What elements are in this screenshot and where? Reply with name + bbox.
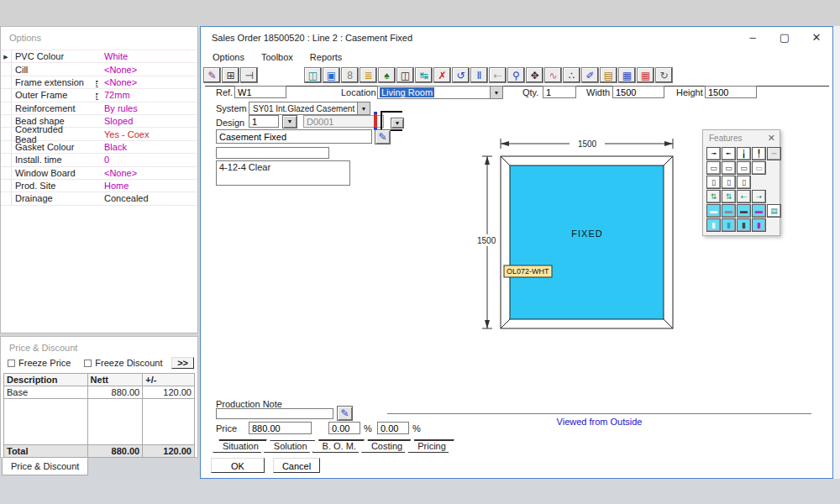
price-row[interactable]: Base 880.00 120.00 xyxy=(4,386,195,399)
toolbar-button[interactable]: ▦ xyxy=(637,67,654,83)
toolbar-button[interactable]: ✥ xyxy=(526,67,543,83)
cancel-button[interactable]: Cancel xyxy=(273,458,320,473)
feature-button[interactable]: ▮ xyxy=(737,218,751,232)
feature-button[interactable]: ▯ xyxy=(737,176,751,189)
title-bar[interactable]: Sales Order 18500520 : Line 2 : Casement… xyxy=(201,27,832,49)
height-input[interactable] xyxy=(705,86,757,98)
feature-button[interactable]: ▬ xyxy=(752,204,766,218)
glazing-item[interactable]: 4-12-4 Clear xyxy=(219,162,270,172)
chevron-down-icon[interactable]: ▼ xyxy=(357,102,370,114)
menu-item[interactable]: Options xyxy=(206,50,251,64)
feature-button[interactable]: ╿ xyxy=(752,147,766,160)
menu-item[interactable]: Toolbox xyxy=(255,50,300,64)
feature-button[interactable]: ▯ xyxy=(706,176,721,189)
toolbar-button[interactable]: ▤ xyxy=(600,67,617,83)
expand-price-button[interactable]: >> xyxy=(171,357,194,369)
feature-button[interactable]: ▬ xyxy=(706,204,721,218)
chevron-down-icon[interactable]: ▼ xyxy=(490,87,502,98)
feature-button[interactable]: ▬ xyxy=(722,204,736,218)
option-row[interactable]: Gasket Colour Black xyxy=(1,141,197,154)
option-row[interactable]: Prod. Site Home xyxy=(1,180,197,192)
option-row[interactable]: Frame extension <None> xyxy=(1,76,197,89)
feature-button[interactable]: ⇢ xyxy=(752,190,766,203)
option-row[interactable]: Install. time 0 xyxy=(1,154,197,166)
toolbar-button[interactable]: ▦ xyxy=(618,67,636,83)
toolbar-button[interactable]: Ⅱ xyxy=(470,67,488,83)
feature-button[interactable]: ▯ xyxy=(722,176,736,189)
toolbar-button[interactable]: ∿ xyxy=(544,67,562,83)
feature-button[interactable]: ▮ xyxy=(722,218,736,232)
feature-button[interactable]: ╼ xyxy=(706,147,721,160)
style-input[interactable] xyxy=(216,129,372,144)
checkbox-icon[interactable] xyxy=(8,360,15,367)
toolbar-button[interactable]: ↻ xyxy=(655,67,673,83)
close-button[interactable]: ✕ xyxy=(801,28,832,48)
toolbar-button[interactable]: ↺ xyxy=(452,67,470,83)
ok-button[interactable]: OK xyxy=(211,458,265,473)
maximize-button[interactable]: ▢ xyxy=(769,28,801,48)
feature-button[interactable]: ▬ xyxy=(737,204,751,218)
toolbar-button[interactable]: ✗ xyxy=(433,67,451,83)
note-input[interactable] xyxy=(216,147,329,159)
ref-input[interactable] xyxy=(234,86,286,98)
discount1-input[interactable] xyxy=(328,422,360,434)
option-row[interactable]: Outer Frame 72mm xyxy=(1,89,197,102)
feature-button[interactable]: ▮ xyxy=(706,218,721,232)
freeze-price-checkbox[interactable]: Freeze Price xyxy=(8,358,71,368)
toolbar-button[interactable]: ≣ xyxy=(360,67,377,83)
toolbar-button[interactable]: 8 xyxy=(341,67,359,83)
option-row[interactable]: Window Board <None> xyxy=(1,167,197,180)
toolbar-button[interactable]: ∴ xyxy=(563,67,580,83)
option-picker-button[interactable] xyxy=(96,93,97,100)
toolbar-button[interactable]: ✐ xyxy=(581,67,599,83)
toolbar-button[interactable]: ⇠ xyxy=(489,67,507,83)
feature-button[interactable]: ▭ xyxy=(706,161,721,175)
tab[interactable]: Solution xyxy=(264,439,318,453)
price-discount-tab[interactable]: Price & Discount xyxy=(2,458,88,475)
toolbar-button[interactable]: ↹ xyxy=(415,67,433,83)
design-dropdown-button[interactable]: ▼ xyxy=(282,115,297,129)
option-row[interactable]: ▶ PVC Colour White xyxy=(1,50,197,63)
feature-button[interactable]: ▭ xyxy=(737,161,751,175)
tab[interactable]: B. O. M. xyxy=(312,439,366,453)
edit-style-button[interactable]: ✎ xyxy=(375,129,391,144)
freeze-discount-checkbox[interactable]: Freeze Discount xyxy=(84,358,162,368)
feature-button[interactable]: ⇠ xyxy=(737,190,751,203)
qty-input[interactable] xyxy=(543,86,576,98)
feature-button[interactable]: ╾ xyxy=(722,147,736,160)
toolbar-button[interactable]: ⊞ xyxy=(222,67,239,83)
checkbox-icon[interactable] xyxy=(84,360,92,367)
option-picker-button[interactable] xyxy=(96,81,97,87)
toolbar-button[interactable]: ⊣ xyxy=(240,67,258,83)
toolbar-button[interactable]: ⚲ xyxy=(507,67,525,83)
feature-button[interactable]: ▭ xyxy=(722,161,736,175)
toolbar-button[interactable]: ▣ xyxy=(323,67,340,83)
glass-pane[interactable] xyxy=(510,165,664,319)
minimize-button[interactable]: – xyxy=(737,28,769,48)
feature-button[interactable]: ⇅ xyxy=(722,190,736,203)
feature-button[interactable]: ╽ xyxy=(737,147,751,160)
feature-button[interactable]: ▭ xyxy=(752,161,766,175)
edit-note-button[interactable]: ✎ xyxy=(337,406,353,421)
price-input[interactable] xyxy=(249,422,312,434)
tab[interactable]: Situation xyxy=(213,439,269,453)
menu-item[interactable]: Reports xyxy=(303,50,349,64)
option-row[interactable]: Cill <None> xyxy=(1,63,197,76)
tab[interactable]: Costing xyxy=(361,439,412,453)
profile-dropdown-button[interactable]: ▼ xyxy=(391,118,404,129)
system-combobox[interactable]: SY01 Int.Glazed Casement ▼ xyxy=(249,102,370,115)
toolbar-button[interactable]: ♠ xyxy=(378,67,396,83)
glazing-listbox[interactable]: 4-12-4 Clear xyxy=(216,160,350,186)
close-icon[interactable]: ✕ xyxy=(768,133,775,144)
option-row[interactable]: Drainage Concealed xyxy=(1,192,197,205)
width-input[interactable] xyxy=(612,86,664,98)
toolbar-button[interactable]: ✎ xyxy=(203,67,221,83)
feature-button[interactable]: ⇅ xyxy=(706,190,721,203)
toolbar-button[interactable]: ◫ xyxy=(396,67,414,83)
toolbar-button[interactable]: ◫ xyxy=(304,67,322,83)
production-note-input[interactable] xyxy=(216,408,333,419)
location-combobox[interactable]: Living Room ▼ xyxy=(377,86,503,99)
feature-button[interactable]: ▤ xyxy=(767,204,781,218)
option-row[interactable]: Coextruded Bead Yes - Coex xyxy=(1,128,197,140)
design-input[interactable] xyxy=(249,115,279,128)
